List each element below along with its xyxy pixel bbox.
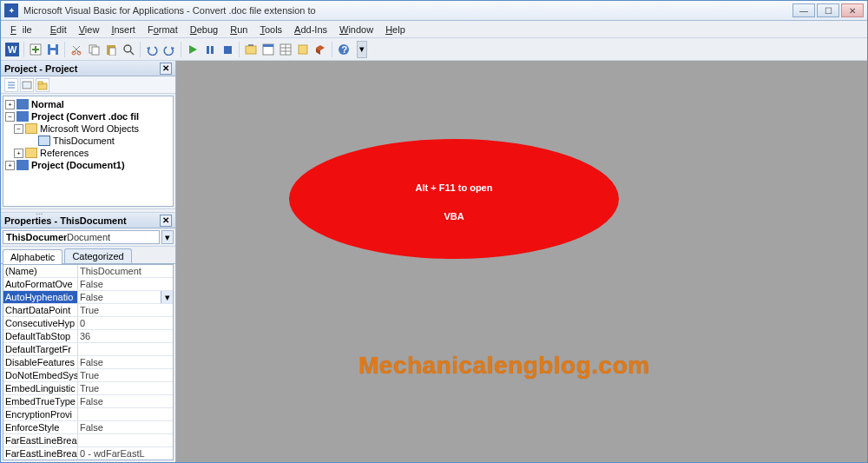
svg-text:?: ? — [342, 44, 348, 55]
property-row[interactable]: DefaultTargetFr — [3, 343, 173, 356]
collapse-icon[interactable]: − — [5, 112, 15, 122]
property-value[interactable]: 0 - wdFarEastL — [78, 447, 173, 460]
tree-node-normal[interactable]: Normal — [31, 99, 64, 109]
expand-icon[interactable]: + — [5, 100, 15, 109]
view-code-icon[interactable] — [4, 78, 18, 92]
tree-node-mwo[interactable]: Microsoft Word Objects — [40, 123, 139, 134]
property-name: (Name) — [3, 265, 78, 277]
tree-node-project2[interactable]: Project (Document1) — [31, 160, 125, 170]
redo-icon[interactable] — [161, 42, 177, 57]
stop-icon[interactable] — [220, 42, 235, 57]
property-row[interactable]: EncryptionProvi — [3, 408, 173, 421]
property-value[interactable]: True — [78, 304, 173, 316]
property-value[interactable]: False — [78, 356, 173, 368]
property-value[interactable]: 0 — [78, 317, 173, 329]
property-value[interactable]: 36 — [78, 330, 173, 342]
collapse-icon[interactable]: − — [14, 124, 23, 134]
menu-insert[interactable]: Insert — [105, 23, 141, 36]
menu-edit[interactable]: Edit — [44, 23, 73, 36]
property-value[interactable]: True — [78, 382, 173, 394]
save-icon[interactable] — [45, 42, 61, 57]
property-row[interactable]: DefaultTabStop36 — [3, 330, 173, 343]
properties-icon[interactable] — [278, 42, 293, 57]
property-value[interactable] — [78, 343, 173, 355]
properties-object-selector[interactable]: ThisDocumen Document ▾ — [1, 228, 175, 247]
word-icon[interactable]: W — [4, 42, 20, 57]
pause-icon[interactable] — [202, 42, 218, 57]
dropdown-icon[interactable]: ▾ — [161, 230, 174, 244]
insert-module-icon[interactable] — [28, 42, 43, 57]
property-row[interactable]: DisableFeaturesFalse — [3, 356, 173, 369]
property-row[interactable]: EnforceStyleFalse — [3, 421, 173, 434]
menu-run[interactable]: Run — [224, 23, 253, 36]
property-row[interactable]: EmbedLinguisticTrue — [3, 382, 173, 395]
property-row[interactable]: AutoHyphenatioFalse▾ — [3, 291, 173, 304]
folder-icon — [25, 123, 37, 134]
property-value[interactable]: False — [78, 395, 173, 407]
tree-node-references[interactable]: References — [40, 148, 89, 158]
tab-categorized[interactable]: Categorized — [64, 248, 131, 263]
toolbox-icon[interactable] — [312, 42, 328, 57]
window-controls: — ☐ ✕ — [792, 3, 864, 17]
property-row[interactable]: FarEastLineBrea0 - wdFarEastL — [3, 447, 173, 460]
maximize-button[interactable]: ☐ — [817, 3, 839, 17]
menu-tools[interactable]: Tools — [253, 23, 288, 36]
property-row[interactable]: ChartDataPointTrue — [3, 304, 173, 317]
paste-icon[interactable] — [103, 42, 119, 57]
properties-grid[interactable]: (Name)ThisDocumentAutoFormatOveFalseAuto… — [3, 264, 174, 460]
property-row[interactable]: FarEastLineBrea — [3, 434, 173, 447]
toolbar-overflow[interactable]: ▾ — [357, 41, 367, 58]
property-value[interactable]: True — [78, 369, 173, 381]
tree-node-project1[interactable]: Project (Convert .doc fil — [31, 111, 139, 122]
svg-rect-21 — [246, 46, 256, 54]
menu-view[interactable]: View — [73, 23, 106, 36]
project-icon — [16, 99, 29, 109]
run-icon[interactable] — [185, 42, 201, 57]
panel-splitter[interactable] — [1, 208, 175, 213]
annotation-ellipse: Alt + F11 to openVBA — [289, 139, 619, 259]
tab-alphabetic[interactable]: Alphabetic — [3, 249, 62, 264]
property-value[interactable]: False — [78, 421, 173, 433]
menu-help[interactable]: Help — [379, 23, 411, 36]
object-browser-icon[interactable] — [295, 42, 311, 57]
property-row[interactable]: AutoFormatOveFalse — [3, 278, 173, 291]
property-value[interactable]: ThisDocument — [78, 265, 173, 277]
properties-panel-close-icon[interactable]: ✕ — [160, 215, 172, 227]
property-row[interactable]: DoNotEmbedSysTrue — [3, 369, 173, 382]
toolbar: W ? ▾ — [1, 38, 867, 61]
svg-rect-13 — [92, 47, 99, 55]
property-row[interactable]: (Name)ThisDocument — [3, 265, 173, 278]
toggle-folders-icon[interactable] — [36, 78, 49, 92]
property-row[interactable]: ConsecutiveHyp0 — [3, 317, 173, 330]
project-tree[interactable]: +Normal −Project (Convert .doc fil −Micr… — [3, 96, 174, 207]
help-icon[interactable]: ? — [336, 42, 352, 57]
property-value[interactable] — [78, 434, 173, 446]
menu-format[interactable]: Format — [141, 23, 184, 36]
project-panel-close-icon[interactable]: ✕ — [160, 63, 172, 75]
property-value[interactable]: False — [78, 278, 173, 290]
close-button[interactable]: ✕ — [841, 3, 864, 17]
menu-window[interactable]: Window — [333, 23, 379, 36]
expand-icon[interactable]: + — [14, 149, 23, 158]
folder-icon — [25, 148, 37, 158]
dropdown-icon[interactable]: ▾ — [161, 291, 173, 303]
tree-node-thisdocument[interactable]: ThisDocument — [53, 136, 115, 146]
menu-addins[interactable]: Add-Ins — [288, 23, 333, 36]
copy-icon[interactable] — [86, 42, 102, 57]
project-explorer-icon[interactable] — [260, 42, 276, 57]
document-icon — [38, 136, 50, 146]
watermark-text: Mechanicalengblog.com — [358, 352, 650, 380]
menu-debug[interactable]: Debug — [184, 23, 224, 36]
cut-icon[interactable] — [69, 42, 84, 57]
property-value[interactable]: False — [78, 291, 161, 303]
design-mode-icon[interactable] — [243, 42, 259, 57]
undo-icon[interactable] — [144, 42, 160, 57]
find-icon[interactable] — [121, 42, 136, 57]
minimize-button[interactable]: — — [792, 3, 815, 17]
expand-icon[interactable]: + — [5, 161, 15, 170]
property-name: DisableFeatures — [3, 356, 78, 368]
view-object-icon[interactable] — [20, 78, 34, 92]
property-value[interactable] — [78, 408, 173, 420]
property-row[interactable]: EmbedTrueTypeFalse — [3, 395, 173, 408]
menu-file[interactable]: File — [4, 23, 44, 36]
